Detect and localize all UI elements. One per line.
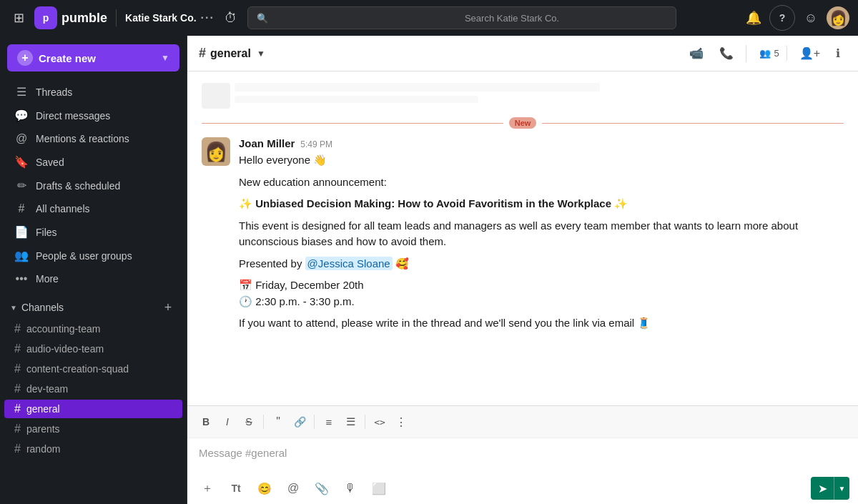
phone-call-button[interactable]: 📞: [713, 43, 740, 64]
channel-name: random: [26, 443, 60, 455]
whiteboard-button[interactable]: ⬜: [368, 477, 390, 500]
sidebar-item-label: Direct messages: [36, 110, 110, 122]
editor-area: B I S " 🔗 ≡ ☰ <> ⋮ Message #general ＋ Tt…: [187, 405, 858, 504]
channels-section-toggle[interactable]: ▼ Channels: [10, 302, 64, 313]
message-row: 👩 Joan Miller 5:49 PM Hello everyone 👋 N…: [202, 137, 844, 332]
message-line-4: This event is designed for all team lead…: [239, 218, 844, 250]
sidebar-item-threads[interactable]: ☰ Threads: [4, 81, 182, 103]
channel-name: content-creation-squad: [26, 363, 129, 375]
sidebar-item-direct-messages[interactable]: 💬 Direct messages: [4, 104, 182, 127]
topbar-actions: 🔔 ? ☺ 👩: [741, 5, 849, 31]
channel-item-parents[interactable]: # parents: [4, 420, 182, 438]
sidebar-item-saved[interactable]: 🔖 Saved: [4, 151, 182, 173]
grid-icon[interactable]: ⊞: [9, 10, 29, 26]
channel-item-random[interactable]: # random: [4, 440, 182, 458]
avatar: 👩: [202, 137, 230, 166]
new-badge: New: [509, 117, 537, 129]
history-button[interactable]: ⏱: [220, 6, 242, 30]
code-button[interactable]: <>: [370, 412, 390, 432]
emoji-button[interactable]: 😊: [253, 477, 276, 500]
search-bar[interactable]: 🔍 Search Katie Stark Co.: [247, 6, 676, 29]
editor-toolbar: B I S " 🔗 ≡ ☰ <> ⋮: [187, 406, 858, 438]
text-format-button[interactable]: Tt: [225, 477, 247, 500]
video-call-button[interactable]: 📹: [683, 43, 710, 64]
bold-button[interactable]: B: [196, 412, 216, 432]
channel-info-button[interactable]: ℹ: [829, 43, 847, 64]
channel-item-content-creation-squad[interactable]: # content-creation-squad: [4, 360, 182, 378]
channel-name-header[interactable]: # general ▼: [199, 46, 265, 61]
sidebar-item-mentions[interactable]: @ Mentions & reactions: [4, 128, 182, 149]
message-time: 5:49 PM: [300, 139, 332, 149]
message-line-5: Presented by @Jessica Sloane 🥰: [239, 256, 844, 272]
channel-hash-icon: #: [14, 443, 21, 455]
member-count-button[interactable]: 👥 5: [752, 45, 786, 61]
topbar-divider: [116, 9, 117, 26]
add-channel-button[interactable]: +: [159, 299, 177, 316]
message-author: Joan Miller: [239, 137, 295, 149]
italic-button[interactable]: I: [217, 412, 237, 432]
notifications-button[interactable]: 🔔: [741, 5, 766, 31]
mention-jessica[interactable]: @Jessica Sloane: [305, 257, 393, 270]
info-icon: ℹ: [836, 46, 840, 60]
header-divider: [746, 45, 746, 62]
message-line-7: If you want to attend, please write in t…: [239, 315, 844, 332]
help-button[interactable]: ?: [769, 5, 795, 31]
strikethrough-button[interactable]: S: [239, 412, 259, 432]
new-messages-divider: New: [202, 117, 844, 129]
emoji-status-button[interactable]: ☺: [798, 5, 824, 31]
logo: p pumble: [34, 6, 107, 29]
channel-item-accounting-team[interactable]: # accounting-team: [4, 320, 182, 338]
message-line-6: 📅 Friday, December 20th🕐 2:30 p.m. - 3:3…: [239, 277, 844, 310]
channel-dropdown-icon[interactable]: ▼: [257, 49, 265, 59]
phone-icon: 📞: [719, 46, 734, 60]
divider-line-right: [542, 123, 844, 124]
message-header: Joan Miller 5:49 PM: [239, 137, 844, 149]
channel-hash-big-icon: #: [199, 46, 206, 61]
mention-button[interactable]: @: [282, 477, 305, 500]
sidebar-item-people[interactable]: 👥 People & user groups: [4, 244, 182, 267]
workspace-name[interactable]: Katie Stark Co. ···: [125, 11, 214, 24]
link-button[interactable]: 🔗: [290, 412, 310, 432]
sidebar-item-all-channels[interactable]: # All channels: [4, 198, 182, 219]
sidebar-item-drafts[interactable]: ✏ Drafts & scheduled: [4, 174, 182, 197]
topbar: ⊞ p pumble Katie Stark Co. ··· ⏱ 🔍 Searc…: [0, 0, 858, 36]
chevron-down-icon: ▼: [161, 53, 169, 63]
workspace-menu-icon[interactable]: ···: [201, 11, 214, 24]
channel-item-audio-video-team[interactable]: # audio-video-team: [4, 340, 182, 358]
attachment-button[interactable]: 📎: [310, 477, 333, 500]
more-icon: •••: [14, 272, 29, 285]
all-channels-icon: #: [14, 202, 29, 215]
channel-item-dev-team[interactable]: # dev-team: [4, 380, 182, 398]
main-layout: + Create new ▼ ☰ Threads 💬 Direct messag…: [0, 36, 858, 504]
sidebar-item-files[interactable]: 📄 Files: [4, 221, 182, 243]
search-placeholder: Search Katie Stark Co.: [465, 13, 667, 24]
send-group: ➤ ▼: [811, 477, 849, 500]
channel-hash-icon: #: [14, 362, 21, 375]
audio-button[interactable]: 🎙: [339, 477, 362, 500]
avatar[interactable]: 👩: [827, 6, 849, 29]
logo-text: pumble: [61, 11, 107, 26]
toolbar-separator-1: [263, 415, 264, 429]
ordered-list-button[interactable]: ≡: [319, 412, 339, 432]
blockquote-button[interactable]: ": [268, 412, 288, 432]
add-member-button[interactable]: 👤+: [793, 43, 827, 64]
more-formatting-button[interactable]: ⋮: [391, 412, 411, 432]
send-button[interactable]: ➤: [811, 477, 834, 500]
channel-hash-icon: #: [14, 423, 21, 435]
add-attachment-button[interactable]: ＋: [196, 477, 219, 500]
sidebar-item-more[interactable]: ••• More: [4, 268, 182, 290]
message-input[interactable]: Message #general: [187, 438, 858, 473]
send-dropdown-button[interactable]: ▼: [834, 477, 849, 500]
channel-item-general[interactable]: # general: [4, 400, 182, 418]
message-body: Joan Miller 5:49 PM Hello everyone 👋 New…: [239, 137, 844, 332]
logo-icon: p: [34, 6, 57, 29]
channels-section-header: ▼ Channels +: [0, 293, 187, 319]
channel-hash-icon: #: [14, 322, 21, 335]
create-new-button[interactable]: + Create new ▼: [7, 44, 179, 71]
plus-icon: +: [17, 50, 33, 66]
sidebar-item-label: Files: [36, 227, 57, 238]
threads-icon: ☰: [14, 85, 29, 99]
channel-hash-icon: #: [14, 382, 21, 395]
mentions-icon: @: [14, 132, 29, 145]
unordered-list-button[interactable]: ☰: [340, 412, 360, 432]
